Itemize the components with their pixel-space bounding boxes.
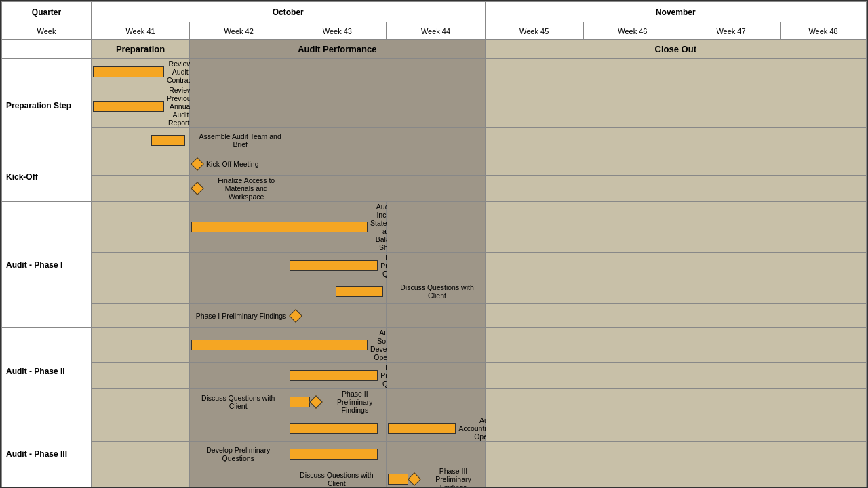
p3-w44-r2 <box>387 442 485 466</box>
ko-w43-r1 <box>288 152 485 176</box>
gantt-chart: Quarter October November Week Week 41 We… <box>0 0 868 488</box>
p1-w43-r3 <box>288 279 387 304</box>
p3-w43-r3: Discuss Questions with Client <box>288 466 387 489</box>
p3-w45-r3 <box>485 466 866 489</box>
p2-w44-r2 <box>387 363 485 389</box>
kickoff-row-2: Finalize Access to Materials and Workspa… <box>2 176 867 202</box>
prep-w41-r2: Review Previous Annual Audit Reports <box>91 85 189 128</box>
kickoff-label: Kick-Off <box>2 152 92 202</box>
audit-income-bar <box>191 222 368 232</box>
p1-w42-r3 <box>190 279 288 304</box>
prep-row-1: Preparation Step Review Audit Contract <box>2 59 867 85</box>
p2-w42-r3: Discuss Questions with Client <box>190 389 288 415</box>
phase1-findings-text: Phase I Preliminary Findings <box>196 312 287 320</box>
p2-w45-r1 <box>485 328 866 363</box>
week-48: Week 48 <box>781 22 867 40</box>
p2-w43-r3: Phase II Preliminary Findings <box>288 389 387 415</box>
week-43: Week 43 <box>288 22 387 40</box>
p1-row-1: Audit - Phase I Audit of Income Statemen… <box>2 202 867 253</box>
prep-w43-r3 <box>288 128 485 152</box>
ko-w41-r2 <box>91 176 189 202</box>
october-label: October <box>91 2 485 22</box>
audit-accounting-bar2 <box>388 423 456 434</box>
p2-row-1: Audit - Phase II Audit of Software Devel… <box>2 328 867 363</box>
finalize-access-diamond <box>191 182 204 195</box>
p2-w41-r1 <box>91 328 189 363</box>
p1-w41-r4 <box>91 304 189 328</box>
phase2-findings-diamond <box>309 395 323 409</box>
discuss-q2-text: Discuss Questions with Client <box>191 394 285 410</box>
p2-w45-r2 <box>485 363 866 389</box>
p1-w42-r2 <box>190 253 288 279</box>
p2-w44-r3 <box>387 389 485 415</box>
p1-row-2: Develop Preliminary Questions <box>2 253 867 279</box>
p3-w41-r3 <box>91 466 189 489</box>
preparation-step-label: Preparation Step <box>2 59 92 152</box>
prep-w41-r3 <box>91 128 189 152</box>
p3-w44-r1: Audit of Accounting/Financial Operations <box>387 415 485 442</box>
prep-w41-r1: Review Audit Contract <box>91 59 189 85</box>
kickoff-meeting-label: Kick-Off Meeting <box>206 160 258 168</box>
ko-w45-r1 <box>485 152 866 176</box>
empty-phase-cell <box>2 40 92 59</box>
audit-phase3-label: Audit - Phase III <box>2 415 92 489</box>
p3-w43-r1 <box>288 415 387 442</box>
develop-q1-bar <box>290 260 378 271</box>
ko-w41-r1 <box>91 152 189 176</box>
kickoff-meeting-diamond <box>191 157 204 171</box>
p1-w41-r3 <box>91 279 189 304</box>
week-label: Week <box>2 22 92 40</box>
phase3-findings-label: Phase III Preliminary Findings <box>423 467 483 488</box>
discuss-q3-text: Discuss Questions with Client <box>290 471 383 487</box>
p2-row-3: Discuss Questions with Client Phase II P… <box>2 389 867 415</box>
ko-w42-r1: Kick-Off Meeting <box>190 152 288 176</box>
p1-w44-r4 <box>387 304 485 328</box>
p1-w43-r2: Develop Preliminary Questions <box>288 253 387 279</box>
assemble-label: Assemble Audit Team and Brief <box>194 132 286 148</box>
quarter-label: Quarter <box>2 2 92 22</box>
p3-w45-r2 <box>485 442 866 466</box>
phase2-findings-label: Phase II Preliminary Findings <box>325 390 384 414</box>
closeout-phase-header: Close Out <box>485 40 866 59</box>
audit-phase2-label: Audit - Phase II <box>2 328 92 415</box>
p1-w41-r2 <box>91 253 189 279</box>
prep-row-2: Review Previous Annual Audit Reports <box>2 85 867 128</box>
week-header-row: Week Week 41 Week 42 Week 43 Week 44 Wee… <box>2 22 867 40</box>
p3-w41-r1 <box>91 415 189 442</box>
kickoff-row-1: Kick-Off Kick-Off Meeting <box>2 152 867 176</box>
develop-q2-bar <box>290 370 378 381</box>
discuss-q2-bar <box>290 396 310 407</box>
phase3-findings-diamond <box>408 472 422 486</box>
p3-w44-r3: Phase III Preliminary Findings <box>387 466 485 489</box>
p1-w45-r4 <box>485 304 866 328</box>
discuss-q1-label: Discuss Questions with Client <box>391 283 483 300</box>
p1-w42-r1: Audit of Income Statements and Balance S… <box>190 202 387 253</box>
p3-w45-r1 <box>485 415 866 442</box>
p3-w42-r2: Develop Preliminary Questions <box>190 442 288 466</box>
phase1-findings-diamond <box>289 309 302 323</box>
p1-w44-r3: Discuss Questions with Client <box>387 279 485 304</box>
prep-w45-r3 <box>485 128 866 152</box>
p3-row-3: Discuss Questions with Client Phase III … <box>2 466 867 489</box>
p3-row-2: Develop Preliminary Questions <box>2 442 867 466</box>
p1-w45-r3 <box>485 279 866 304</box>
prep-w45-r1 <box>485 59 866 85</box>
p2-w44-r1 <box>387 328 485 363</box>
week-47: Week 47 <box>682 22 780 40</box>
p2-w45-r3 <box>485 389 866 415</box>
week-41: Week 41 <box>91 22 189 40</box>
audit-performance-phase-header: Audit Performance <box>190 40 485 59</box>
ko-w43-r2 <box>288 176 485 202</box>
audit-phase1-label: Audit - Phase I <box>2 202 92 328</box>
audit-accounting-bar <box>290 423 378 434</box>
prep-row-3: Assemble Audit Team and Brief <box>2 128 867 152</box>
develop-q3-text: Develop Preliminary Questions <box>191 446 285 462</box>
prep-w42-r3: Assemble Audit Team and Brief <box>190 128 288 152</box>
ko-w45-r2 <box>485 176 866 202</box>
november-label: November <box>485 2 866 22</box>
p1-w42-r4: Phase I Preliminary Findings <box>190 304 288 328</box>
prep-w42-r2 <box>190 85 485 128</box>
p1-row-4: Phase I Preliminary Findings <box>2 304 867 328</box>
p1-w43-r4 <box>288 304 387 328</box>
audit-software-bar <box>191 340 368 350</box>
